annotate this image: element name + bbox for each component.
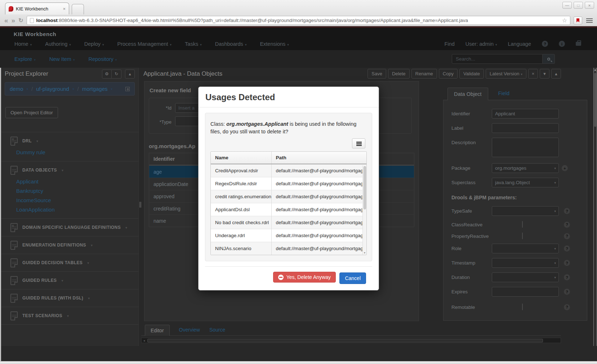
help-icon[interactable]: ? — [542, 41, 548, 47]
tab-overview[interactable]: Overview — [179, 327, 200, 336]
save-button[interactable]: Save — [367, 69, 386, 79]
menu-authoring[interactable]: Authoring▾ — [45, 41, 71, 47]
window-close-button[interactable]: × — [585, 2, 594, 9]
section-header[interactable]: GUIDED RULES (WITH DSL) ▾ — [10, 293, 135, 303]
scrollbar-thumb[interactable] — [147, 339, 543, 342]
new-tab-button[interactable] — [72, 4, 84, 14]
tab-source[interactable]: Source — [209, 327, 225, 336]
breadcrumb-repository[interactable]: uf-playground — [36, 86, 69, 92]
section-header[interactable]: DATA OBJECTS ▾ — [10, 165, 135, 175]
url-bar[interactable]: localhost:8080/kie-wb-6.3.0-SNAPSHOT-eap… — [27, 16, 570, 25]
breadcrumb-org[interactable]: demo — [10, 86, 23, 92]
table-scrollbar[interactable]: ▾ — [362, 165, 366, 255]
asset-link-applicant[interactable]: Applicant — [16, 177, 135, 186]
scroll-left-icon[interactable]: ◂ — [142, 339, 147, 342]
open-project-editor-button[interactable]: Open Project Editor — [5, 107, 58, 118]
table-row[interactable]: Underage.rdrldefault://master@uf-playgro… — [211, 229, 366, 242]
search-input[interactable] — [452, 54, 543, 64]
gear-button[interactable]: ⚙ — [102, 70, 112, 79]
section-header[interactable]: R DOMAIN SPECIFIC LANGUAGE DEFINITIONS ▾ — [10, 222, 135, 232]
scroll-up-icon[interactable]: ▲ — [594, 68, 597, 72]
briefcase-icon[interactable] — [576, 42, 581, 46]
panel-menu-button[interactable]: ▾ — [540, 69, 549, 79]
search-button[interactable] — [543, 54, 555, 64]
panel-splitter[interactable] — [139, 68, 141, 346]
section-header[interactable]: R DRL ▾ — [10, 136, 135, 146]
info-icon[interactable]: i — [559, 41, 565, 47]
breadcrumb-project[interactable]: mortgages — [82, 86, 108, 92]
repository-menu[interactable]: Repository▾ — [88, 56, 117, 62]
list-view-button[interactable] — [352, 138, 365, 148]
refresh-button[interactable]: ↻ — [112, 70, 121, 79]
tab-editor[interactable]: Editor — [145, 325, 170, 336]
help-icon[interactable]: ? — [564, 222, 570, 228]
section-header[interactable]: GUIDED RULES ▾ — [10, 275, 135, 285]
explorer-mode-icon[interactable] — [125, 87, 130, 91]
reload-button[interactable]: ↻ — [18, 18, 23, 23]
help-icon[interactable]: ? — [564, 289, 570, 295]
label-input[interactable] — [492, 123, 559, 133]
tab-data-object[interactable]: Data Object — [447, 88, 488, 100]
user-menu[interactable]: User: admin▾ — [465, 41, 497, 47]
window-minimize-button[interactable]: — — [562, 2, 572, 9]
help-icon[interactable]: ? — [564, 304, 570, 310]
language-link[interactable]: Language — [508, 41, 531, 47]
table-row[interactable]: CreditApproval.rdslrdefault://master@uf-… — [211, 164, 366, 177]
typesafe-select[interactable]: ▾ — [492, 206, 559, 216]
menu-deploy[interactable]: Deploy▾ — [84, 41, 104, 47]
scrollbar-thumb[interactable] — [364, 166, 366, 209]
collapse-editor-button[interactable]: ▴ — [551, 69, 561, 79]
asset-link-loanapplication[interactable]: LoanApplication — [16, 205, 135, 214]
classreactive-checkbox[interactable] — [522, 221, 523, 228]
role-select[interactable]: ▾ — [492, 244, 559, 253]
table-row[interactable]: credit ratings.enumerationdefault://mast… — [211, 190, 366, 203]
collapse-panel-button[interactable]: ▴ — [125, 70, 135, 79]
expires-input[interactable] — [492, 287, 559, 297]
new-item-menu[interactable]: New Item▾ — [49, 56, 75, 62]
table-row[interactable]: ApplicantDsl.dsldefault://master@uf-play… — [211, 203, 366, 216]
table-row[interactable]: RegexDslRule.rdslrdefault://master@uf-pl… — [211, 177, 366, 190]
remotable-checkbox[interactable] — [522, 303, 523, 310]
menu-home[interactable]: Home▾ — [14, 41, 32, 47]
table-row[interactable]: No bad credit checks.rdrldefault://maste… — [211, 216, 366, 229]
forward-button[interactable]: » — [12, 17, 15, 24]
section-header[interactable]: GUIDED DECISION TABLES ▾ — [10, 258, 135, 268]
browser-tab[interactable]: KIE Workbench × — [5, 3, 69, 14]
explore-menu[interactable]: Explore▾ — [14, 56, 36, 62]
section-header[interactable]: TEST SCENARIOS ▾ — [10, 311, 135, 321]
help-icon[interactable]: ? — [564, 274, 570, 280]
package-select[interactable]: ▾ — [492, 163, 559, 173]
scrollbar-thumb[interactable] — [594, 73, 596, 127]
hamburger-menu-icon[interactable] — [586, 18, 593, 23]
close-editor-button[interactable]: × — [528, 69, 538, 79]
menu-process-management[interactable]: Process Management▾ — [117, 41, 172, 47]
propertyreactive-checkbox[interactable] — [522, 232, 523, 239]
tab-field[interactable]: Field — [498, 90, 509, 100]
description-textarea[interactable] — [492, 138, 559, 157]
asset-link-dummy-rule[interactable]: Dummy rule — [16, 147, 135, 157]
tab-close-icon[interactable]: × — [63, 6, 66, 12]
yes-delete-anyway-button[interactable]: Yes, Delete Anyway — [273, 272, 336, 283]
section-header[interactable]: ENUMERATION DEFINITIONS ▾ — [10, 240, 135, 250]
superclass-select[interactable]: ▾ — [492, 178, 559, 187]
copy-button[interactable]: Copy — [439, 69, 458, 79]
help-icon[interactable]: ? — [564, 208, 570, 214]
window-maximize-button[interactable]: □ — [574, 2, 583, 9]
help-icon[interactable]: ? — [564, 260, 570, 266]
identifier-input[interactable] — [492, 109, 559, 119]
bookmarks-menu-button[interactable] — [574, 17, 582, 25]
page-vertical-scrollbar[interactable]: ▲ — [593, 68, 597, 346]
bookmark-star-icon[interactable]: ☆ — [562, 17, 567, 24]
latest-version-dropdown[interactable]: Latest Version▾ — [486, 69, 526, 79]
table-row[interactable]: NINJAs.scenariodefault://master@uf-playg… — [211, 242, 366, 255]
timestamp-select[interactable]: ▾ — [492, 258, 559, 268]
asset-link-bankruptcy[interactable]: Bankruptcy — [16, 186, 135, 195]
duration-select[interactable]: ▾ — [492, 272, 559, 282]
scroll-down-icon[interactable]: ▾ — [363, 251, 366, 255]
horizontal-scrollbar[interactable]: ◂ — [141, 338, 561, 343]
menu-extensions[interactable]: Extensions▾ — [260, 41, 289, 47]
help-icon[interactable]: ? — [564, 245, 570, 252]
delete-button[interactable]: Delete — [388, 69, 410, 79]
help-icon[interactable]: ? — [564, 233, 570, 239]
cancel-button[interactable]: Cancel — [339, 272, 366, 284]
